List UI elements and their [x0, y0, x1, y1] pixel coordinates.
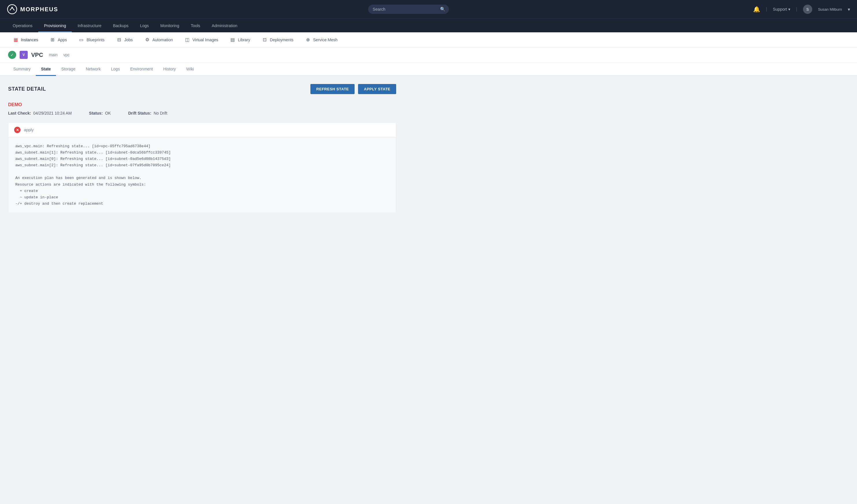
tab-wiki[interactable]: Wiki: [181, 63, 199, 75]
log-content: aws_vpc.main: Refreshing state... [id=vp…: [9, 137, 396, 213]
tab-bar: Summary State Storage Network Logs Envir…: [0, 63, 857, 76]
divider: |: [766, 7, 767, 12]
nav-item-provisioning[interactable]: Provisioning: [38, 19, 72, 32]
subnav-library[interactable]: ▤ Library: [224, 32, 256, 47]
support-button[interactable]: Support ▾: [773, 7, 790, 12]
error-icon: ✕: [14, 127, 20, 133]
nav-item-infrastructure[interactable]: Infrastructure: [72, 19, 107, 32]
top-navigation: MORPHEUS 🔍 🔔 | Support ▾ | S Susan Milbu…: [0, 0, 857, 18]
apps-icon: ⊞: [50, 37, 55, 43]
search-bar: 🔍: [70, 5, 747, 14]
last-check: Last Check: 04/29/2021 10:24 AM: [8, 111, 72, 116]
service-mesh-icon: ⊕: [305, 37, 311, 43]
demo-section: DEMO Last Check: 04/29/2021 10:24 AM Sta…: [8, 102, 396, 116]
tab-storage[interactable]: Storage: [56, 63, 81, 75]
subnav-instances[interactable]: ▦ Instances: [7, 32, 44, 47]
automation-icon: ⚙: [145, 37, 150, 43]
last-check-value: 04/29/2021 10:24 AM: [33, 111, 72, 116]
breadcrumb-sublabel2: vpc: [63, 52, 70, 57]
subnav-apps[interactable]: ⊞ Apps: [44, 32, 73, 47]
tab-state[interactable]: State: [36, 63, 56, 75]
blueprints-icon: ▭: [79, 37, 84, 43]
subnav-virtual-images[interactable]: ◫ Virtual Images: [179, 32, 224, 47]
drift-status: Drift Status: No Drift: [128, 111, 167, 116]
demo-meta: Last Check: 04/29/2021 10:24 AM Status: …: [8, 111, 396, 116]
drift-status-value: No Drift: [154, 111, 167, 116]
tab-history[interactable]: History: [158, 63, 181, 75]
tab-logs[interactable]: Logs: [106, 63, 125, 75]
apply-section: ✕ apply aws_vpc.main: Refreshing state..…: [8, 122, 396, 213]
search-icon[interactable]: 🔍: [440, 7, 446, 12]
nav-item-monitoring[interactable]: Monitoring: [154, 19, 185, 32]
nav-item-tools[interactable]: Tools: [185, 19, 206, 32]
sub-navigation: ▦ Instances ⊞ Apps ▭ Blueprints ⊟ Jobs ⚙…: [0, 32, 857, 47]
avatar: S: [803, 5, 812, 14]
divider: |: [796, 7, 797, 12]
user-chevron-icon: ▾: [848, 7, 850, 12]
bell-icon[interactable]: 🔔: [753, 6, 760, 13]
breadcrumb-sublabel1: main: [49, 52, 57, 57]
refresh-state-button[interactable]: REFRESH STATE: [310, 84, 355, 94]
instance-name: VPC: [31, 52, 43, 58]
subnav-deployments[interactable]: ⊡ Deployments: [256, 32, 299, 47]
nav-right: 🔔 | Support ▾ | S Susan Milburn ▾: [753, 5, 850, 14]
status-value: OK: [105, 111, 111, 116]
instances-icon: ▦: [13, 37, 18, 43]
virtual-images-icon: ◫: [185, 37, 190, 43]
apply-header: ✕ apply: [9, 123, 396, 137]
logo: MORPHEUS: [7, 4, 58, 14]
demo-name: DEMO: [8, 102, 396, 107]
last-check-label: Last Check:: [8, 111, 31, 116]
vpc-icon: V: [20, 51, 28, 59]
nav-item-backups[interactable]: Backups: [107, 19, 134, 32]
subnav-service-mesh[interactable]: ⊕ Service Mesh: [299, 32, 343, 47]
main-content: STATE DETAIL REFRESH STATE APPLY STATE D…: [0, 76, 404, 221]
state-actions: REFRESH STATE APPLY STATE: [310, 84, 396, 94]
status-check-icon: ✓: [8, 51, 16, 59]
search-input[interactable]: [368, 5, 449, 14]
drift-status-label: Drift Status:: [128, 111, 151, 116]
apply-state-button[interactable]: APPLY STATE: [358, 84, 396, 94]
nav-item-administration[interactable]: Administration: [206, 19, 243, 32]
state-detail-title: STATE DETAIL: [8, 86, 46, 92]
state-header: STATE DETAIL REFRESH STATE APPLY STATE: [8, 84, 396, 94]
deployments-icon: ⊡: [262, 37, 268, 43]
library-icon: ▤: [230, 37, 236, 43]
logo-text: MORPHEUS: [20, 6, 58, 13]
tab-summary[interactable]: Summary: [8, 63, 36, 75]
status-label: Status:: [89, 111, 102, 116]
chevron-down-icon: ▾: [788, 7, 790, 12]
tab-environment[interactable]: Environment: [125, 63, 158, 75]
apply-label: apply: [24, 128, 33, 132]
breadcrumb-bar: ✓ V VPC main vpc: [0, 47, 857, 63]
nav-item-logs[interactable]: Logs: [134, 19, 154, 32]
subnav-automation[interactable]: ⚙ Automation: [139, 32, 179, 47]
nav-item-operations[interactable]: Operations: [7, 19, 38, 32]
subnav-blueprints[interactable]: ▭ Blueprints: [73, 32, 110, 47]
main-navigation: Operations Provisioning Infrastructure B…: [0, 18, 857, 32]
jobs-icon: ⊟: [116, 37, 122, 43]
user-name: Susan Milburn: [818, 7, 842, 12]
status: Status: OK: [89, 111, 111, 116]
svg-point-0: [7, 5, 17, 14]
svg-point-1: [12, 7, 13, 9]
subnav-jobs[interactable]: ⊟ Jobs: [110, 32, 139, 47]
tab-network[interactable]: Network: [81, 63, 106, 75]
